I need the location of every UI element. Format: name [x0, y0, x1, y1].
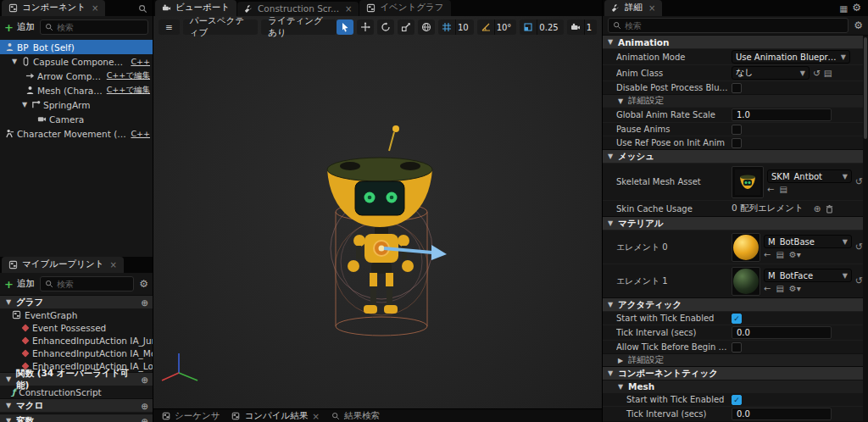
browse-icon[interactable]: ▤	[776, 284, 783, 293]
material-options-gear-icon[interactable]: ⚙▾	[789, 250, 801, 259]
category-component-tick[interactable]: ▼ コンポーネントティック	[603, 366, 868, 380]
viewport-menu-button[interactable]: ≡	[159, 19, 180, 35]
close-icon[interactable]: ×	[109, 260, 116, 269]
advanced-section-1[interactable]: ▼ 詳細設定	[603, 94, 868, 107]
graphs-section-header[interactable]: ▼ グラフ ⊕	[0, 295, 153, 308]
tab-viewport[interactable]: ビューポート	[155, 0, 236, 16]
add-function-icon[interactable]: ⊕	[141, 375, 148, 385]
close-icon[interactable]: ×	[648, 3, 655, 13]
tab-construction-script[interactable]: Construction Scr... ×	[237, 2, 359, 16]
gear-icon[interactable]: ⚙	[139, 278, 148, 290]
subsection-mesh[interactable]: ▼ Mesh	[603, 380, 868, 392]
checkbox[interactable]	[732, 125, 742, 135]
tab-my-blueprint[interactable]: マイブループリント ×	[2, 257, 124, 273]
tab-details[interactable]: 詳細 ×	[604, 0, 662, 16]
search-icon[interactable]	[138, 4, 147, 14]
animation-mode-dropdown[interactable]: Use Animation Blueprint ▼	[732, 50, 850, 64]
reset-to-default-icon[interactable]: ↺	[855, 275, 863, 286]
grid-view-icon[interactable]: ▦	[839, 3, 848, 14]
add-button[interactable]: + 追加	[4, 278, 35, 291]
tree-row-bp-bot[interactable]: BP_Bot (Self)	[0, 40, 153, 54]
browse-icon[interactable]: ▤	[824, 68, 832, 78]
components-search-input[interactable]	[57, 23, 143, 32]
tree-row-capsule[interactable]: ▼ Capsule Component (CollisionCylinder) …	[0, 54, 153, 69]
category-animation[interactable]: ▼ Animation	[603, 35, 868, 48]
viewport-3d[interactable]: ≡ パースペクティブ ライティングあり 10 1	[153, 16, 602, 408]
material-1-thumbnail[interactable]	[732, 267, 760, 296]
chevron-down-icon[interactable]: ▼	[20, 101, 29, 108]
macros-section-header[interactable]: ▼ マクロ ⊕	[0, 398, 153, 412]
add-element-icon[interactable]: ⊕	[814, 203, 821, 214]
material-0-thumbnail[interactable]	[732, 233, 760, 262]
view-mode-dropdown[interactable]: ライティングあり	[261, 19, 337, 35]
drawer-find-results[interactable]: 結果検索	[331, 410, 380, 422]
add-macro-icon[interactable]: ⊕	[141, 401, 148, 411]
drawer-compile-results[interactable]: コンパイル結果 ×	[231, 410, 320, 422]
scale-snap-control[interactable]: 0.25	[520, 19, 563, 35]
category-materials[interactable]: ▼ マテリアル	[603, 216, 868, 230]
chevron-down-icon[interactable]: ▼	[10, 58, 19, 65]
category-actor-tick[interactable]: ▼ アクタティック	[603, 297, 868, 311]
anim-class-dropdown[interactable]: なし ▼	[732, 66, 810, 80]
select-tool-button[interactable]	[337, 19, 353, 35]
tree-row-charmove[interactable]: Character Movement (CharMoveComp) C++	[0, 126, 153, 141]
rotation-snap-value[interactable]: 10°	[494, 19, 517, 35]
cpp-edit-link[interactable]: C++で編集	[107, 85, 150, 96]
close-icon[interactable]: ×	[345, 4, 352, 14]
category-mesh[interactable]: ▼ メッシュ	[603, 149, 868, 163]
camera-speed-value[interactable]: 1	[584, 19, 597, 35]
scale-tool-button[interactable]	[398, 19, 415, 35]
trash-icon[interactable]	[825, 204, 834, 214]
list-item-eventgraph[interactable]: EventGraph	[0, 308, 153, 321]
use-selected-icon[interactable]: ←	[764, 250, 771, 259]
checkbox[interactable]	[732, 138, 742, 148]
details-search[interactable]	[608, 18, 849, 33]
checkbox[interactable]	[732, 342, 742, 353]
my-blueprint-search-input[interactable]	[57, 280, 129, 289]
my-blueprint-search[interactable]	[40, 276, 134, 292]
cpp-edit-link[interactable]: C++で編集	[107, 70, 150, 81]
checkbox[interactable]: ✓	[732, 395, 742, 405]
drawer-sequencer[interactable]: シーケンサ	[162, 410, 220, 422]
skeletal-mesh-thumbnail[interactable]	[732, 166, 764, 198]
rotation-snap-control[interactable]: 10°	[477, 19, 517, 35]
list-item-event-possessed[interactable]: Event Possessed	[0, 321, 153, 334]
material-1-dropdown[interactable]: M_BotFace ▼	[764, 269, 852, 282]
details-scrollbar[interactable]	[863, 36, 868, 422]
variables-section-header[interactable]: ▼ 変数 ⊕	[0, 414, 153, 422]
components-search[interactable]	[40, 19, 148, 35]
skeletal-mesh-dropdown[interactable]: SKM_Antbot ▼	[767, 169, 852, 183]
functions-section-header[interactable]: ▼ 関数 (34 オーバーライド可能) ⊕	[0, 372, 153, 386]
browse-icon[interactable]: ▤	[779, 185, 787, 194]
list-item-constructionscript[interactable]: ƒ ConstructionScript	[0, 386, 153, 398]
grid-snap-control[interactable]: 10	[438, 19, 474, 35]
move-tool-button[interactable]	[357, 19, 374, 35]
gear-icon[interactable]: ⚙	[852, 2, 861, 14]
add-graph-icon[interactable]: ⊕	[141, 297, 148, 308]
use-selected-icon[interactable]: ←	[764, 284, 771, 293]
use-selected-icon[interactable]: ↺	[813, 68, 821, 78]
grid-snap-value[interactable]: 10	[455, 19, 474, 35]
tab-components[interactable]: コンポーネント ×	[2, 0, 105, 16]
checkbox[interactable]: ✓	[732, 314, 742, 324]
add-variable-icon[interactable]: ⊕	[141, 416, 148, 422]
reset-to-default-icon[interactable]: ↺	[855, 176, 863, 187]
advanced-section-2[interactable]: ▶ 詳細設定	[603, 353, 868, 366]
perspective-dropdown[interactable]: パースペクティブ	[183, 19, 258, 35]
checkbox[interactable]	[732, 83, 742, 93]
reset-to-default-icon[interactable]: ↺	[855, 242, 863, 253]
scale-snap-value[interactable]: 0.25	[537, 19, 563, 35]
tree-row-mesh[interactable]: Mesh (CharacterMesh0) C++で編集	[0, 83, 153, 97]
tree-row-arrow[interactable]: Arrow Component (Arrow) C++で編集	[0, 69, 153, 83]
tab-event-graph[interactable]: イベントグラフ	[359, 0, 450, 16]
material-options-gear-icon[interactable]: ⚙▾	[789, 284, 801, 293]
filter-gear-icon[interactable]: ⚙	[854, 19, 863, 31]
close-icon[interactable]: ×	[312, 411, 320, 421]
use-selected-icon[interactable]: ←	[767, 185, 774, 194]
list-item-ia-jump[interactable]: EnhancedInputAction IA_Jump	[0, 334, 153, 347]
close-icon[interactable]: ×	[92, 3, 98, 13]
rotate-tool-button[interactable]	[377, 19, 394, 35]
browse-icon[interactable]: ▤	[776, 250, 783, 259]
tree-row-camera[interactable]: Camera	[0, 112, 153, 126]
details-search-input[interactable]	[625, 21, 843, 31]
